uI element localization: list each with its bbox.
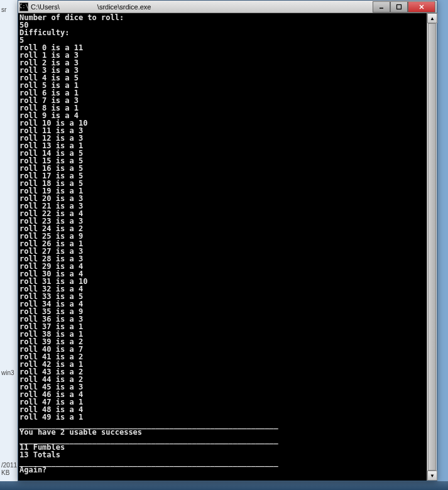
bg-panel-right xyxy=(437,0,448,490)
window-buttons xyxy=(373,1,435,13)
scroll-thumb[interactable] xyxy=(428,23,436,471)
scrollbar[interactable]: ▲ ▼ xyxy=(427,13,437,481)
bg-partial-tab: sr xyxy=(1,6,6,13)
title-path-1: C:\Users\ xyxy=(31,3,60,11)
svg-rect-1 xyxy=(397,4,402,9)
close-button[interactable] xyxy=(408,1,435,13)
taskbar[interactable] xyxy=(0,481,448,490)
bg-panel-left: sr win3 /2011 KB xyxy=(0,0,19,490)
title-path-2: \srdice\srdice.exe xyxy=(97,3,151,11)
console-window: C:\ C:\Users\ \srdice\srdice.exe Number … xyxy=(18,0,437,481)
minimize-button[interactable] xyxy=(373,1,390,13)
bg-date-fragment: /2011 xyxy=(1,462,17,469)
bg-partial-label: win3 xyxy=(1,369,14,376)
titlebar[interactable]: C:\ C:\Users\ \srdice\srdice.exe xyxy=(18,1,437,13)
scroll-up-button[interactable]: ▲ xyxy=(427,13,437,23)
maximize-button[interactable] xyxy=(390,1,408,13)
bg-size-fragment: KB xyxy=(1,469,9,476)
console-icon: C:\ xyxy=(19,3,28,11)
console-output[interactable]: Number of dice to roll: 50 Difficulty: 5… xyxy=(18,13,437,481)
scroll-down-button[interactable]: ▼ xyxy=(427,471,437,481)
